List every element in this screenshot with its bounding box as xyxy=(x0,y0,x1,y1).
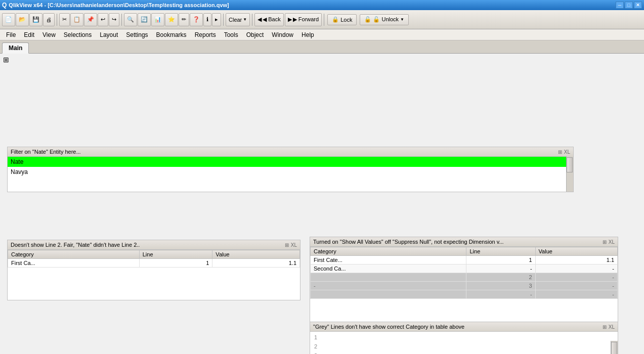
grey-xl-icon: ⊞ xyxy=(603,324,607,330)
menu-bookmarks[interactable]: Bookmarks xyxy=(152,29,191,40)
filter-item-navya-label: Navya xyxy=(11,168,28,175)
sep5 xyxy=(324,14,324,26)
grey-scroll-thumb[interactable] xyxy=(611,342,617,354)
filter-panel: Filter on "Nate" Entity here... ⊞ XL Nat… xyxy=(7,147,574,192)
arrow-button[interactable]: ▸ xyxy=(212,13,221,26)
right-col-value: Value xyxy=(535,247,617,256)
help2-button[interactable]: ℹ xyxy=(203,13,211,26)
filter-panel-header: Filter on "Nate" Entity here... ⊞ XL xyxy=(8,147,573,157)
lock-icon: 🔒 xyxy=(332,16,339,23)
right-line-5: - xyxy=(466,290,535,299)
copy-button[interactable]: 📋 xyxy=(70,13,83,26)
menu-help[interactable]: Help xyxy=(297,29,318,40)
menu-selections[interactable]: Selections xyxy=(60,29,96,40)
search-button[interactable]: 🔍 xyxy=(124,13,137,26)
maximize-button[interactable]: □ xyxy=(625,2,633,9)
right-line-4: 3 xyxy=(466,282,535,290)
back-button[interactable]: ◀ ◀ Back xyxy=(254,13,284,26)
unlock-icon: 🔓 xyxy=(364,16,371,23)
paste-button[interactable]: 📌 xyxy=(84,13,97,26)
right-table-panel: Turned on "Show All Values" off "Suppres… xyxy=(310,237,618,328)
filter-item-nate[interactable]: Nate xyxy=(8,157,573,167)
menubar: File Edit View Selections Layout Setting… xyxy=(0,29,644,40)
left-data-table: Category Line Value First Ca... 1 1.1 xyxy=(8,250,300,268)
edit2-button[interactable]: ✏ xyxy=(179,13,189,26)
grey-xl-label: XL xyxy=(609,324,615,330)
reload-button[interactable]: 🔄 xyxy=(138,13,151,26)
save-button[interactable]: 💾 xyxy=(29,13,42,26)
grey-scrollbar[interactable] xyxy=(611,341,618,354)
forward-button[interactable]: ▶ ▶ Forward xyxy=(285,13,322,26)
left-cell-category-1: First Ca... xyxy=(8,259,140,268)
grey-item-2: 2 xyxy=(311,342,610,351)
print-button[interactable]: 🖨 xyxy=(43,13,55,26)
chart-button[interactable]: 📊 xyxy=(151,13,164,26)
close-button[interactable]: ✕ xyxy=(634,2,642,9)
redo-button[interactable]: ↪ xyxy=(109,13,119,26)
filter-scroll-thumb[interactable] xyxy=(567,157,573,172)
file-tools: 📄 📂 💾 🖨 xyxy=(2,13,55,26)
open-button[interactable]: 📂 xyxy=(16,13,29,26)
menu-layout[interactable]: Layout xyxy=(96,29,122,40)
help-button[interactable]: ❓ xyxy=(190,13,203,26)
left-table-panel: Doesn't show Line 2. Fair, "Nate" didn't… xyxy=(7,240,300,300)
lock-button[interactable]: 🔒 Lock xyxy=(327,14,357,25)
right-col-category: Category xyxy=(311,247,466,256)
right-table-title: Turned on "Show All Values" off "Suppres… xyxy=(313,239,504,245)
menu-settings[interactable]: Settings xyxy=(122,29,152,40)
undo-button[interactable]: ↩ xyxy=(98,13,108,26)
right-cat-2: Second Ca... xyxy=(311,264,466,273)
right-val-2: - xyxy=(535,264,617,273)
title-bar-controls: ─ □ ✕ xyxy=(616,2,642,9)
tab-main-label: Main xyxy=(9,45,22,52)
filter-xl-icon: ⊞ xyxy=(558,149,562,155)
right-cat-5 xyxy=(311,290,466,299)
right-val-4: - xyxy=(535,282,617,290)
clear-label: Clear xyxy=(229,17,242,23)
menu-reports[interactable]: Reports xyxy=(191,29,220,40)
clear-button[interactable]: Clear ▼ xyxy=(226,13,250,26)
menu-view[interactable]: View xyxy=(38,29,60,40)
table-row: First Cate... 1 1.1 xyxy=(311,256,618,264)
app-icon: Q xyxy=(2,2,7,9)
right-table-xl: ⊞ XL xyxy=(603,239,615,245)
filter-panel-xl: ⊞ XL xyxy=(558,149,570,155)
right-line-1: 1 xyxy=(466,256,535,264)
filter-item-nate-label: Nate xyxy=(11,158,23,165)
cut-button[interactable]: ✂ xyxy=(59,13,70,26)
left-xl-icon: ⊞ xyxy=(285,242,289,248)
menu-file[interactable]: File xyxy=(2,29,20,40)
unlock-button[interactable]: 🔓 🔓 Unlock ▼ xyxy=(360,14,409,25)
right-val-1: 1.1 xyxy=(535,256,617,264)
table-row: First Ca... 1 1.1 xyxy=(8,259,300,268)
filter-item-navya[interactable]: Navya xyxy=(8,167,573,177)
table-row: Second Ca... - - xyxy=(311,264,618,273)
table-row: - 3 - xyxy=(311,282,618,290)
left-cell-value-1: 1.1 xyxy=(212,259,300,268)
right-table-header: Turned on "Show All Values" off "Suppres… xyxy=(310,237,618,247)
filter-scrollbar[interactable] xyxy=(566,156,573,192)
menu-tools[interactable]: Tools xyxy=(220,29,242,40)
grey-item-1: 1 xyxy=(311,333,610,342)
right-col-line: Line xyxy=(466,247,535,256)
menu-window[interactable]: Window xyxy=(268,29,297,40)
grey-panel-title: "Grey" Lines don't have show correct Cat… xyxy=(313,324,464,330)
new-button[interactable]: 📄 xyxy=(2,13,15,26)
left-col-category: Category xyxy=(8,250,140,259)
minimize-button[interactable]: ─ xyxy=(616,2,624,9)
left-cell-line-1: 1 xyxy=(139,259,212,268)
clear-dropdown-arrow: ▼ xyxy=(243,17,247,22)
menu-object[interactable]: Object xyxy=(242,29,268,40)
toolbar: 📄 📂 💾 🖨 ✂ 📋 📌 ↩ ↪ 🔍 🔄 📊 ⭐ ✏ ❓ ℹ ▸ Clear … xyxy=(0,10,644,29)
main-content: ⊞ Filter on "Nate" Entity here... ⊞ XL N… xyxy=(0,54,644,354)
right-line-3: 2 xyxy=(466,273,535,282)
menu-edit[interactable]: Edit xyxy=(20,29,38,40)
sep3 xyxy=(223,14,224,26)
left-table-title: Doesn't show Line 2. Fair, "Nate" didn't… xyxy=(11,242,140,248)
lock-label: Lock xyxy=(340,17,352,23)
grid-icon: ⊞ xyxy=(3,56,9,64)
right-data-table: Category Line Value First Cate... 1 1.1 … xyxy=(310,247,618,299)
bookmark-button[interactable]: ⭐ xyxy=(165,13,178,26)
sep4 xyxy=(252,14,252,26)
tab-main[interactable]: Main xyxy=(2,42,29,54)
